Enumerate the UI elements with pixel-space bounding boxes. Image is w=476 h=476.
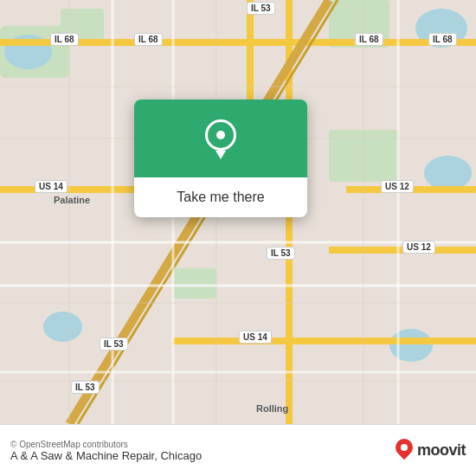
moovit-text: moovit [417, 441, 466, 460]
moovit-logo: moovit [395, 439, 466, 463]
road-label-il53-bl2: IL 53 [71, 381, 100, 394]
road-label-il68-2: IL 68 [134, 33, 163, 46]
road-label-il68-3: IL 68 [355, 33, 383, 46]
road-label-il53-mid: IL 53 [267, 247, 295, 260]
park-area [173, 268, 216, 299]
road-label-il53-bl: IL 53 [100, 338, 128, 351]
popup-button-area: Take me there [134, 177, 307, 217]
water-area [424, 156, 472, 190]
city-label-palatine: Palatine [54, 195, 90, 205]
road-us14-lower [173, 338, 476, 344]
park-area [329, 130, 398, 182]
take-me-there-button[interactable]: Take me there [170, 186, 271, 209]
bottom-bar: © OpenStreetMap contributors A & A Saw &… [0, 424, 476, 476]
map-attribution: © OpenStreetMap contributors [10, 440, 202, 449]
road-label-us14-b: US 14 [239, 331, 272, 344]
location-pin-icon [202, 119, 240, 158]
map-view: IL 68 IL 68 IL 68 IL 68 IL 53 IL 53 IL 5… [0, 0, 476, 424]
place-name-label: A & A Saw & Machine Repair, Chicago [10, 449, 202, 462]
road-label-us14-l: US 14 [35, 180, 68, 193]
road-label-us12-1: US 12 [381, 180, 414, 193]
road-label-us12-2: US 12 [402, 241, 435, 254]
road-label-il68-4: IL 68 [428, 33, 457, 46]
road-label-il68-1: IL 68 [50, 33, 79, 46]
popup-header [134, 100, 307, 177]
water-area [43, 312, 82, 342]
water-area [389, 329, 433, 362]
road-label-il53-top: IL 53 [247, 2, 275, 15]
moovit-pin-icon [395, 439, 414, 463]
city-label-rolling: Rolling [256, 403, 288, 414]
road-il53-top [247, 0, 254, 104]
location-popup: Take me there [134, 100, 307, 217]
